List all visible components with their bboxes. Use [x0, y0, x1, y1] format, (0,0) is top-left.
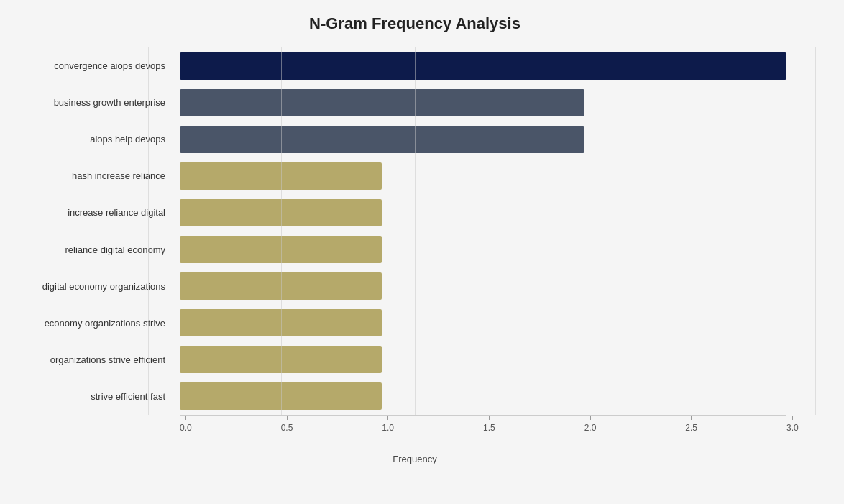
x-tick-value: 0.0 [180, 423, 192, 433]
x-tick-line [590, 416, 591, 420]
bar-label: business growth enterprise [14, 97, 173, 108]
chart-title: N-Gram Frequency Analysis [14, 14, 815, 33]
x-tick: 3.0 [786, 416, 799, 433]
bar [180, 89, 584, 116]
bar-row: convergence aiops devops [180, 47, 786, 84]
x-tick: 1.5 [483, 416, 495, 433]
x-tick-line [387, 416, 388, 420]
x-tick-value: 1.0 [382, 423, 394, 433]
bar-row: organizations strive efficient [180, 342, 786, 378]
x-tick-value: 1.5 [483, 423, 495, 433]
bar-label: economy organizations strive [14, 318, 173, 329]
x-tick: 0.5 [281, 416, 293, 433]
bar-label: strive efficient fast [14, 391, 173, 402]
bar [180, 236, 382, 263]
bar-label: digital economy organizations [14, 281, 173, 292]
bar-label: increase reliance digital [14, 207, 173, 218]
x-tick-line [287, 416, 288, 420]
x-tick: 2.5 [685, 416, 697, 433]
bar-row: increase reliance digital [180, 194, 786, 231]
chart-container: N-Gram Frequency Analysis convergence ai… [0, 0, 844, 504]
bar-row: digital economy organizations [180, 268, 786, 305]
bar-row: business growth enterprise [180, 84, 786, 121]
bar [180, 309, 382, 336]
bar [180, 346, 382, 373]
bar [180, 272, 382, 300]
bar-row: reliance digital economy [180, 231, 786, 267]
bar [180, 162, 382, 190]
x-tick: 1.0 [382, 416, 394, 433]
bar [180, 52, 786, 80]
x-axis-title: Frequency [14, 454, 815, 464]
bar [180, 382, 382, 410]
x-tick-value: 2.0 [584, 423, 597, 433]
bar-label: aiops help devops [14, 134, 173, 145]
x-tick-value: 3.0 [786, 423, 799, 433]
chart-area: convergence aiops devopsbusiness growth … [14, 47, 815, 464]
x-tick-line [489, 416, 490, 420]
bar-row: strive efficient fast [180, 378, 786, 415]
grid-line [815, 47, 816, 415]
x-tick: 2.0 [584, 416, 597, 433]
x-tick-line [691, 416, 692, 420]
x-tick-value: 0.5 [281, 423, 293, 433]
x-tick-line [792, 416, 793, 420]
x-axis: 0.00.51.01.52.02.53.0 [180, 415, 786, 451]
x-tick-value: 2.5 [685, 423, 697, 433]
bar-label: convergence aiops devops [14, 60, 173, 71]
bar [180, 199, 382, 226]
bar-label: hash increase reliance [14, 170, 173, 181]
bar-label: organizations strive efficient [14, 354, 173, 365]
bar-label: reliance digital economy [14, 244, 173, 255]
bar-row: economy organizations strive [180, 305, 786, 342]
x-tick: 0.0 [180, 416, 192, 433]
x-tick-line [185, 416, 186, 420]
bars-wrapper: convergence aiops devopsbusiness growth … [14, 47, 815, 415]
bar-row: aiops help devops [180, 121, 786, 157]
bar [180, 126, 584, 153]
bar-row: hash increase reliance [180, 157, 786, 194]
